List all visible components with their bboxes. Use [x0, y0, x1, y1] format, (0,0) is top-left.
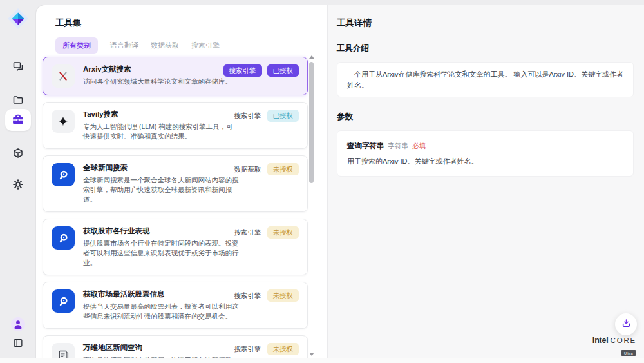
category-tabs: 所有类别语言翻译数据获取搜索引擎 — [55, 37, 327, 54]
tool-title: 全球新闻搜索 — [83, 163, 239, 173]
category-badge: 搜索引擎 — [234, 110, 262, 122]
search-blue-icon — [52, 289, 75, 313]
nav-settings[interactable] — [6, 173, 30, 195]
cube-icon — [12, 147, 24, 160]
intel-core-logo: intelCORE Ultra — [592, 337, 636, 357]
tools-list-panel: 工具集 所有类别语言翻译数据获取搜索引擎 Arxiv文献搜索访问各个研究领域大量… — [36, 5, 327, 358]
tool-title: 万维地区新闻查询 — [83, 343, 232, 353]
category-tab-3[interactable]: 搜索引擎 — [191, 41, 220, 50]
panel-collapse-icon — [12, 337, 24, 349]
tool-description: 访问各个研究领域大量科学论文和文章的存储库。 — [83, 77, 232, 86]
tool-card-list: Arxiv文献搜索访问各个研究领域大量科学论文和文章的存储库。搜索引擎已授权Ta… — [43, 57, 308, 358]
tool-description: 查询具体行政区划内的新闻，快速了解各地新闻动 — [83, 355, 232, 358]
scrollbar-up-arrow[interactable] — [309, 55, 314, 59]
tool-card[interactable]: Arxiv文献搜索访问各个研究领域大量科学论文和文章的存储库。搜索引擎已授权 — [43, 57, 308, 95]
arxiv-icon — [52, 64, 75, 88]
tool-card[interactable]: 全球新闻搜索全球新闻搜索是一个聚合全球各大新闻网站内容的搜索引擎，帮助用户快速获… — [43, 155, 308, 212]
intel-core-text: intelCORE — [592, 337, 636, 346]
main-panel: 工具集 所有类别语言翻译数据获取搜索引擎 Arxiv文献搜索访问各个研究领域大量… — [36, 5, 644, 358]
intel-ultra-badge: Ultra — [621, 350, 636, 356]
tool-description: 提供股票市场各个行业在特定时间段内的表现。投资者可以利用这些信息来识别表现优于或… — [83, 239, 239, 268]
tool-badges: 搜索引擎未授权 — [234, 226, 299, 239]
folder-icon — [12, 93, 24, 106]
auth-status-badge: 已授权 — [267, 110, 299, 122]
tool-card[interactable]: 获取市场最活跃股票信息提供当天交易量最高的股票列表，投资者可以利用这些信息来识别… — [43, 282, 308, 329]
category-badge: 数据获取 — [234, 163, 262, 175]
search-blue-icon — [52, 163, 75, 186]
tool-card[interactable]: 万维地区新闻查询查询具体行政区划内的新闻，快速了解各地新闻动搜索引擎未授权 — [43, 335, 308, 358]
tool-badges: 搜索引擎已授权 — [223, 64, 299, 77]
avatar-icon — [11, 317, 25, 331]
tool-intro-text: 一个用于从Arxiv存储库搜索科学论文和文章的工具。 输入可以是Arxiv ID… — [347, 70, 623, 89]
sparkle-icon — [52, 110, 75, 133]
nav-models[interactable] — [6, 142, 30, 164]
tool-intro-box: 一个用于从Arxiv存储库搜索科学论文和文章的工具。 输入可以是Arxiv ID… — [337, 62, 634, 97]
category-badge: 搜索引擎 — [223, 64, 262, 77]
parameter-item: 查询字符串字符串必填用于搜索的Arxiv ID、关键字或作者姓名。 — [347, 139, 623, 166]
category-tab-1[interactable]: 语言翻译 — [110, 41, 138, 50]
tool-title: 获取股市各行业表现 — [83, 226, 239, 236]
detail-panel-title: 工具详情 — [337, 5, 634, 29]
params-heading: 参数 — [337, 112, 634, 123]
parameter-description: 用于搜索的Arxiv ID、关键字或作者姓名。 — [347, 157, 623, 166]
news-icon — [52, 343, 75, 358]
app-frame: 工具集 所有类别语言翻译数据获取搜索引擎 Arxiv文献搜索访问各个研究领域大量… — [0, 0, 644, 358]
category-badge: 搜索引擎 — [234, 343, 262, 355]
parameter-name: 查询字符串 — [347, 142, 384, 150]
tool-badges: 搜索引擎未授权 — [234, 343, 299, 355]
tool-title: 获取市场最活跃股票信息 — [83, 289, 239, 299]
tool-detail-panel: 工具详情 工具介绍 一个用于从Arxiv存储库搜索科学论文和文章的工具。 输入可… — [327, 5, 644, 358]
download-icon — [621, 318, 632, 331]
nav-collapse-panel[interactable] — [6, 332, 30, 354]
tool-card[interactable]: Tavily搜索专为人工智能代理 (LLM) 构建的搜索引擎工具，可快速提供实时… — [43, 102, 308, 149]
tool-title: Arxiv文献搜索 — [83, 64, 232, 74]
tool-badges: 搜索引擎已授权 — [234, 110, 299, 122]
tool-description: 专为人工智能代理 (LLM) 构建的搜索引擎工具，可快速提供实时、准确和真实的结… — [83, 122, 239, 141]
gear-icon — [12, 178, 24, 191]
nav-files[interactable] — [6, 89, 30, 111]
tool-description: 提供当天交易量最高的股票列表，投资者可以利用这些信息来识别流动性强的股票和潜在的… — [83, 302, 239, 321]
scrollbar-down-arrow[interactable] — [309, 353, 314, 356]
sidebar-rail — [0, 0, 36, 358]
parameter-type: 字符串 — [388, 142, 409, 150]
tool-badges: 数据获取未授权 — [234, 163, 299, 175]
tool-title: Tavily搜索 — [83, 110, 239, 119]
scrollbar-track[interactable] — [309, 55, 314, 356]
category-tab-0[interactable]: 所有类别 — [55, 37, 98, 54]
parameter-required-flag: 必填 — [412, 142, 426, 150]
search-blue-icon — [52, 226, 75, 250]
tools-panel-title: 工具集 — [55, 17, 327, 29]
auth-status-badge: 未授权 — [267, 343, 299, 355]
auth-status-badge: 已授权 — [267, 64, 299, 77]
intro-heading: 工具介绍 — [337, 43, 634, 54]
briefcase-icon — [11, 113, 25, 127]
chat-icon — [12, 60, 24, 73]
auth-status-badge: 未授权 — [267, 163, 299, 175]
tool-card[interactable]: 获取股市各行业表现提供股票市场各个行业在特定时间段内的表现。投资者可以利用这些信… — [43, 219, 308, 275]
auth-status-badge: 未授权 — [267, 289, 299, 302]
tool-badges: 搜索引擎未授权 — [234, 289, 299, 302]
scrollbar-thumb[interactable] — [309, 62, 314, 183]
category-badge: 搜索引擎 — [234, 289, 262, 302]
tool-description: 全球新闻搜索是一个聚合全球各大新闻网站内容的搜索引擎，帮助用户快速获取全球最新资… — [83, 175, 239, 204]
category-badge: 搜索引擎 — [234, 226, 262, 239]
brand-diamond-logo[interactable] — [6, 7, 30, 30]
nav-messages[interactable] — [6, 55, 30, 77]
nav-tools[interactable] — [5, 109, 31, 131]
auth-status-badge: 未授权 — [267, 226, 299, 239]
download-button[interactable] — [615, 313, 637, 335]
category-tab-2[interactable]: 数据获取 — [151, 41, 179, 50]
params-box: 查询字符串字符串必填用于搜索的Arxiv ID、关键字或作者姓名。 — [337, 130, 634, 177]
